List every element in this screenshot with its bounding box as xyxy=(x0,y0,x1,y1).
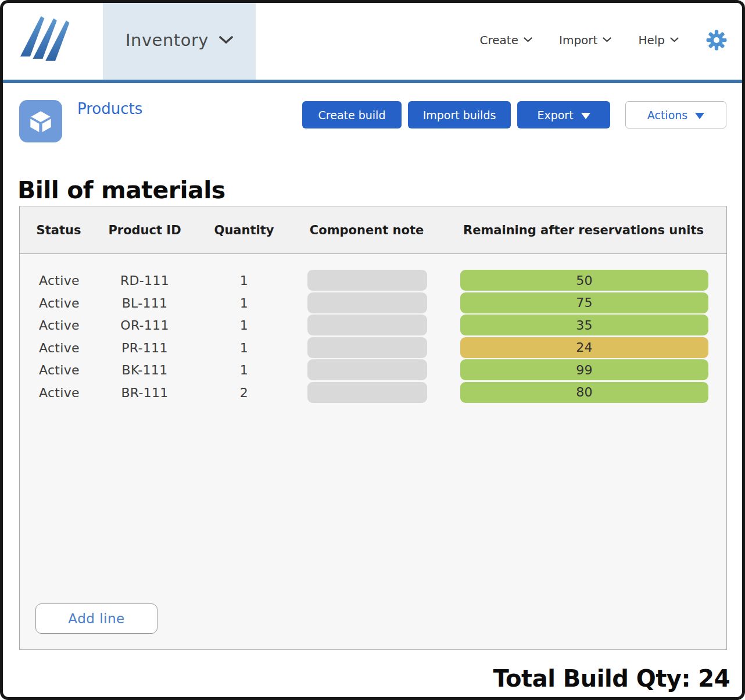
remaining-pill: 75 xyxy=(460,292,708,313)
status-cell: Active xyxy=(39,273,80,288)
create-build-label: Create build xyxy=(318,109,386,122)
product-id-cell: BL-111 xyxy=(122,295,168,310)
settings-gear-icon[interactable] xyxy=(705,29,728,51)
inventory-module-label: Inventory xyxy=(126,30,209,50)
table-row: Active PR-111 1 24 xyxy=(20,337,726,359)
component-note-field[interactable] xyxy=(307,382,427,403)
quantity-cell: 1 xyxy=(240,295,248,310)
component-note-field[interactable] xyxy=(307,292,427,313)
product-id-cell: BK-111 xyxy=(122,363,168,377)
menu-create-label: Create xyxy=(480,33,518,47)
box-cube-icon xyxy=(26,107,55,136)
chevron-down-icon xyxy=(603,37,611,42)
total-build-qty: Total Build Qty: 24 xyxy=(493,665,730,692)
quantity-cell: 2 xyxy=(240,385,248,399)
app-page: Inventory Create Import Help xyxy=(0,0,745,700)
export-label: Export xyxy=(537,109,573,122)
remaining-pill: 24 xyxy=(460,337,708,358)
accent-divider xyxy=(0,80,745,83)
inventory-module-dropdown[interactable]: Inventory xyxy=(103,0,256,80)
company-logo-icon[interactable] xyxy=(19,13,74,67)
remaining-pill: 80 xyxy=(460,382,708,403)
table-header: Status Product ID Quantity Component not… xyxy=(20,206,726,254)
table-row: Active BR-111 2 80 xyxy=(20,381,726,404)
import-builds-button[interactable]: Import builds xyxy=(408,101,511,128)
column-header-remaining: Remaining after reservations units xyxy=(463,223,704,237)
triangle-down-icon xyxy=(581,113,590,119)
status-cell: Active xyxy=(39,318,80,333)
three-diagonal-stripes-logo xyxy=(19,13,74,67)
top-bar: Inventory Create Import Help xyxy=(0,0,745,80)
page-title: Bill of materials xyxy=(17,176,225,204)
triangle-down-icon xyxy=(695,113,704,119)
add-line-button[interactable]: Add line xyxy=(35,603,157,634)
products-icon[interactable] xyxy=(19,100,62,142)
remaining-pill: 35 xyxy=(460,315,708,335)
component-note-field[interactable] xyxy=(307,270,427,291)
status-cell: Active xyxy=(39,385,80,399)
status-cell: Active xyxy=(39,295,80,310)
quantity-cell: 1 xyxy=(240,273,248,288)
column-header-product-id: Product ID xyxy=(108,223,181,237)
chevron-down-icon xyxy=(524,37,532,42)
quantity-cell: 1 xyxy=(240,318,248,333)
export-dropdown-button[interactable]: Export xyxy=(517,101,610,128)
component-note-field[interactable] xyxy=(307,337,427,358)
component-note-field[interactable] xyxy=(307,359,427,380)
menu-create[interactable]: Create xyxy=(480,33,532,47)
remaining-pill: 99 xyxy=(460,359,708,380)
column-header-component-note: Component note xyxy=(310,223,424,237)
chevron-down-icon xyxy=(670,37,679,42)
menu-help-label: Help xyxy=(638,33,665,47)
actions-label: Actions xyxy=(647,109,687,122)
menu-import-label: Import xyxy=(559,33,597,47)
actions-dropdown-button[interactable]: Actions xyxy=(625,101,726,128)
table-row: Active OR-111 1 35 xyxy=(20,314,726,337)
create-build-button[interactable]: Create build xyxy=(302,101,402,128)
product-id-cell: PR-111 xyxy=(121,340,167,355)
remaining-pill: 50 xyxy=(460,270,708,291)
chevron-down-icon xyxy=(219,36,233,44)
bill-of-materials-table: Status Product ID Quantity Component not… xyxy=(19,206,727,650)
product-id-cell: BR-111 xyxy=(121,385,168,399)
quantity-cell: 1 xyxy=(240,340,248,355)
menu-import[interactable]: Import xyxy=(559,33,611,47)
import-builds-label: Import builds xyxy=(423,109,496,122)
top-menu-bar: Create Import Help xyxy=(480,0,728,80)
status-cell: Active xyxy=(39,363,80,377)
table-body: Active RD-111 1 50 Active BL-111 1 75 Ac… xyxy=(20,254,726,403)
status-cell: Active xyxy=(39,340,80,355)
column-header-status: Status xyxy=(37,223,81,237)
table-row: Active BL-111 1 75 xyxy=(20,292,726,315)
column-header-quantity: Quantity xyxy=(214,223,274,237)
component-note-field[interactable] xyxy=(307,315,427,335)
quantity-cell: 1 xyxy=(240,363,248,377)
gear-icon xyxy=(705,29,728,51)
product-id-cell: RD-111 xyxy=(120,273,169,288)
menu-help[interactable]: Help xyxy=(638,33,679,47)
table-row: Active RD-111 1 50 xyxy=(20,269,726,292)
products-link[interactable]: Products xyxy=(77,100,142,117)
product-id-cell: OR-111 xyxy=(120,318,169,333)
table-row: Active BK-111 1 99 xyxy=(20,359,726,381)
